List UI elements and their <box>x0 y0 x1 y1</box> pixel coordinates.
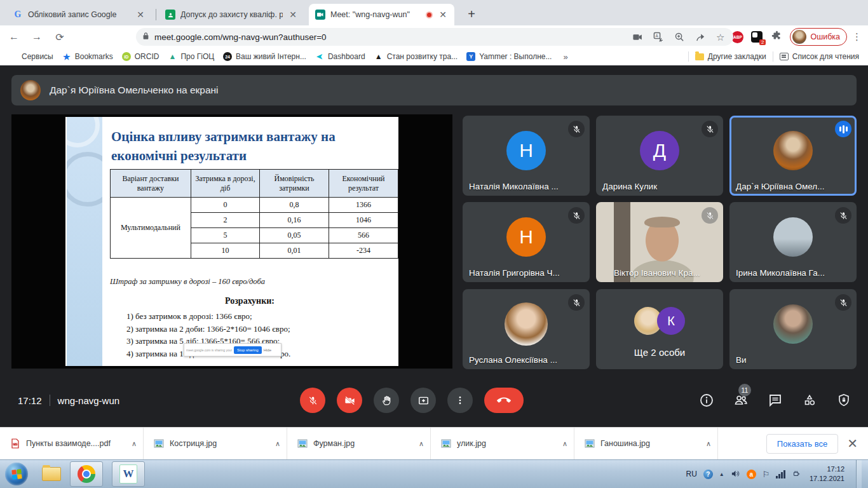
participant-tile[interactable]: Ірина Миколаївна Га... <box>729 202 857 282</box>
apps-grid-icon <box>9 52 18 61</box>
chevron-up-icon[interactable]: ∧ <box>419 440 424 448</box>
bookmark-gioc[interactable]: ▲ Про ГіОЦ <box>168 52 214 61</box>
image-file-icon <box>441 438 451 449</box>
power-icon[interactable] <box>792 469 801 479</box>
tab-close-icon[interactable]: ✕ <box>288 10 298 20</box>
slide-table: Варіант доставки вантажу Затримка в доро… <box>110 169 398 259</box>
download-item[interactable]: Фурман.jpg ∧ <box>287 428 431 459</box>
divider <box>50 395 50 406</box>
participant-tile[interactable]: Руслана Олексіївна ... <box>463 289 590 369</box>
word-taskbar-button[interactable]: W <box>112 461 145 487</box>
camera-allowed-icon[interactable] <box>632 32 643 43</box>
close-downloads-icon[interactable]: ✕ <box>847 436 858 451</box>
table-row-label: Мультимодальний <box>111 198 191 259</box>
download-item[interactable]: PDF Пункты взаимоде....pdf ∧ <box>0 428 144 459</box>
slide-decoration <box>67 117 102 366</box>
avatar <box>505 302 548 346</box>
share-icon[interactable] <box>695 32 706 43</box>
new-tab-button[interactable]: + <box>463 6 480 24</box>
download-item[interactable]: улик.jpg ∧ <box>431 428 574 459</box>
back-icon[interactable]: ← <box>5 31 23 43</box>
tab-meet[interactable]: Meet: "wng-navg-wun" ✕ <box>309 4 454 25</box>
tab-close-icon[interactable]: ✕ <box>135 10 146 20</box>
reload-icon[interactable]: ⟳ <box>51 31 69 43</box>
bookmark-star-icon[interactable]: ☆ <box>716 32 727 43</box>
reading-list-button[interactable]: Список для чтения <box>780 52 859 61</box>
chrome-menu-icon[interactable]: ⋮ <box>852 31 862 43</box>
start-button[interactable] <box>5 463 28 485</box>
translate-icon[interactable]: A <box>653 32 664 43</box>
help-tray-icon[interactable]: ? <box>703 470 713 479</box>
table-header: Ймовірність затримки <box>260 170 329 198</box>
present-screen-button[interactable] <box>410 388 436 413</box>
adblock-extension-icon[interactable]: ABP <box>731 31 743 43</box>
other-bookmarks-button[interactable]: Другие закладки <box>695 52 766 61</box>
participant-tile[interactable]: Д Дарина Кулик <box>596 116 723 196</box>
bookmark-dashboard[interactable]: ➤ Dashboard <box>315 52 365 61</box>
table-cell: 1046 <box>329 213 398 228</box>
show-desktop-button[interactable] <box>856 460 862 488</box>
extension-icon[interactable]: 2 <box>751 31 763 43</box>
volume-icon[interactable] <box>731 469 740 480</box>
chrome-icon <box>78 465 95 483</box>
participants-button[interactable]: 11 <box>733 393 749 408</box>
reading-list-label: Список для чтения <box>792 52 859 61</box>
profile-chip[interactable]: Ошибка <box>790 28 847 46</box>
leave-call-button[interactable] <box>484 388 524 413</box>
participant-tile[interactable]: Н Наталія Григорівна Ч... <box>463 202 590 282</box>
bookmark-label: Стан розвитку тра... <box>387 52 458 61</box>
antivirus-tray-icon[interactable]: a <box>747 470 756 479</box>
network-icon[interactable] <box>776 470 785 478</box>
chrome-taskbar-button[interactable] <box>70 461 103 487</box>
participant-tile-overflow[interactable]: К Ще 2 особи <box>596 289 723 369</box>
stop-sharing-button[interactable]: Stop sharing <box>234 346 262 354</box>
meeting-details-button[interactable] <box>699 393 714 408</box>
download-item[interactable]: Ганошина.jpg ∧ <box>574 428 718 459</box>
participant-tile-self[interactable]: Ви <box>729 289 857 369</box>
presenter-banner-text: Дар`я Юріївна Омельченко на екрані <box>50 85 219 96</box>
tab-classroom[interactable]: Допуск до захисту кваліф. робіт ✕ <box>159 4 304 25</box>
bookmark-services[interactable]: Сервисы <box>9 52 53 61</box>
hide-button[interactable]: Hide <box>264 348 271 352</box>
forward-icon[interactable]: → <box>28 31 46 43</box>
bookmark-yammer[interactable]: Y Yammer : Выполне... <box>466 52 552 61</box>
bookmark-bookmarks[interactable]: ★ Bookmarks <box>62 52 113 61</box>
more-options-button[interactable] <box>447 388 473 413</box>
camera-toggle-button[interactable] <box>337 388 362 413</box>
extensions-puzzle-icon[interactable] <box>771 30 782 44</box>
zoom-icon[interactable] <box>674 32 685 43</box>
bookmark-internet[interactable]: 24 Ваш живий Інтерн... <box>223 52 306 61</box>
participant-tile[interactable]: Н Наталія Миколаївна ... <box>463 116 590 196</box>
bookmark-stan[interactable]: ▲ Стан розвитку тра... <box>374 52 458 61</box>
chevron-up-icon[interactable]: ∧ <box>132 440 137 448</box>
tab-google-account[interactable]: G Обліковий запис Google ✕ <box>6 4 152 25</box>
download-item[interactable]: Костриця.jpg ∧ <box>144 428 287 459</box>
presenter-banner: Дар`я Юріївна Омельченко на екрані <box>11 75 857 105</box>
lock-icon[interactable] <box>142 32 149 42</box>
file-explorer-button[interactable] <box>42 467 61 481</box>
chevron-up-icon[interactable]: ∧ <box>706 440 711 448</box>
bookmark-orcid[interactable]: iD ORCID <box>122 52 159 61</box>
host-controls-button[interactable] <box>836 393 851 408</box>
address-bar[interactable]: meet.google.com/wng-navg-wun?authuser=0 … <box>136 28 733 46</box>
show-hidden-icons-button[interactable]: ▲ <box>719 471 724 477</box>
participant-tile-speaking[interactable]: Дар`я Юріївна Омел... <box>729 116 857 196</box>
language-indicator[interactable]: RU <box>686 470 697 478</box>
tab-close-icon[interactable]: ✕ <box>438 10 448 20</box>
table-cell: 1366 <box>329 198 398 213</box>
activities-button[interactable] <box>802 393 817 408</box>
bookmarks-overflow-icon[interactable]: » <box>563 52 567 62</box>
participant-name: Наталія Миколаївна ... <box>469 182 559 191</box>
participant-tile-video[interactable]: Віктор Іванович Кра... <box>596 202 723 282</box>
chevron-up-icon[interactable]: ∧ <box>562 440 567 448</box>
taskbar-clock[interactable]: 17:12 17.12.2021 <box>810 464 844 484</box>
action-center-flag-icon[interactable]: ⚐ <box>763 470 770 479</box>
chevron-up-icon[interactable]: ∧ <box>275 440 280 448</box>
avatar <box>773 217 813 257</box>
show-all-downloads-button[interactable]: Показать все <box>766 434 838 454</box>
chat-button[interactable] <box>768 393 783 408</box>
mic-toggle-button[interactable] <box>300 388 325 413</box>
presentation-stage[interactable]: Оцінка впливу затримки вантажу на економ… <box>11 114 452 369</box>
raise-hand-button[interactable] <box>374 388 399 413</box>
table-cell: 5 <box>191 228 259 243</box>
